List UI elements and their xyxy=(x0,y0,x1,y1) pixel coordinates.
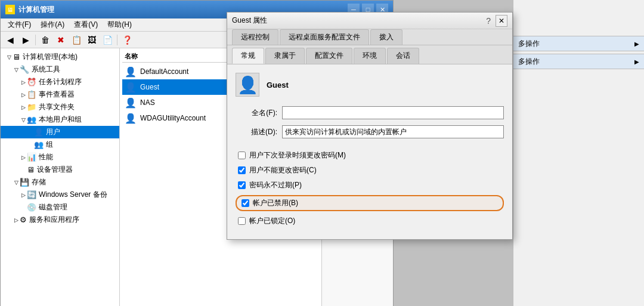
account-disabled-label[interactable]: 帐户已禁用(B) xyxy=(253,198,298,208)
tree-expand-task[interactable]: ▷ xyxy=(20,79,27,85)
tool-btn-5[interactable]: 📄 xyxy=(100,33,114,47)
cannot-change-password-checkbox[interactable] xyxy=(238,166,246,174)
tab-member-of[interactable]: 隶属于 xyxy=(265,48,305,64)
tree-groups-label: 组 xyxy=(46,140,53,150)
tree-expand-storage[interactable]: ▽ xyxy=(13,180,20,186)
tree-expand-users[interactable] xyxy=(27,129,34,135)
tool-btn-delete[interactable]: ✖ xyxy=(54,33,68,47)
account-locked-checkbox[interactable] xyxy=(238,217,246,225)
dialog-title: Guest 属性 xyxy=(232,16,486,26)
wsb-icon: 🔄 xyxy=(27,190,36,199)
wdag-icon: 👤 xyxy=(125,112,137,124)
right-panel: 多操作 ▶ 多操作 ▶ xyxy=(513,0,644,306)
tree-shared-label: 共享文件夹 xyxy=(39,102,75,112)
tree-expand-event[interactable]: ▷ xyxy=(20,92,27,98)
tool-btn-3[interactable]: 📋 xyxy=(69,33,83,47)
nas-icon: 👤 xyxy=(125,97,137,109)
fullname-label: 全名(F): xyxy=(236,108,277,118)
tree-groups[interactable]: 👥 组 xyxy=(1,138,119,151)
back-button[interactable]: ◀ xyxy=(3,33,17,47)
tree-services-label: 服务和应用程序 xyxy=(29,215,79,225)
groups-icon: 👥 xyxy=(34,140,44,149)
task-icon: ⏰ xyxy=(27,78,36,86)
password-never-expires-checkbox[interactable] xyxy=(238,181,246,189)
tree-shared-folders[interactable]: ▷ 📁 共享文件夹 xyxy=(1,101,119,113)
tool-btn-1[interactable]: 🗑 xyxy=(38,33,52,47)
tree-local-users-label: 本地用户和组 xyxy=(39,115,82,125)
help-button[interactable]: ❓ xyxy=(120,33,134,47)
tree-expand-localusers[interactable]: ▽ xyxy=(20,117,27,123)
password-never-expires-label[interactable]: 密码永不过期(P) xyxy=(249,180,302,190)
right-action-arrow-2: ▶ xyxy=(634,58,639,65)
tree-expand-wsb[interactable]: ▷ xyxy=(20,192,27,198)
must-change-password-checkbox[interactable] xyxy=(238,152,246,159)
right-action-1-label: 多操作 xyxy=(518,39,540,49)
tab-environment[interactable]: 环境 xyxy=(354,48,386,64)
local-users-icon: 👥 xyxy=(27,115,36,124)
right-action-1[interactable]: 多操作 ▶ xyxy=(513,36,644,51)
system-tools-icon: 🔧 xyxy=(20,65,29,74)
desc-input[interactable] xyxy=(282,125,504,138)
tab-remote-desktop[interactable]: 远程桌面服务配置文件 xyxy=(280,29,369,45)
tree-expand-perf[interactable]: ▷ xyxy=(20,154,27,160)
tab-dial-in[interactable]: 拨入 xyxy=(370,29,402,45)
tab-general[interactable]: 常规 xyxy=(232,48,264,64)
desc-row: 描述(D): xyxy=(236,125,504,138)
tree-expand-services[interactable]: ▷ xyxy=(13,217,20,223)
menu-file[interactable]: 文件(F) xyxy=(3,18,36,31)
tree-users[interactable]: 👤 用户 xyxy=(1,126,119,138)
avatar: 👤 xyxy=(236,73,259,97)
tree-storage[interactable]: ▽ 💾 存储 xyxy=(1,176,119,188)
account-disabled-checkbox[interactable] xyxy=(242,199,249,207)
list-item-nas-label: NAS xyxy=(140,98,155,107)
tab-remote-control[interactable]: 远程控制 xyxy=(232,29,278,45)
tree-users-label: 用户 xyxy=(46,127,60,137)
right-action-2-label: 多操作 xyxy=(518,57,540,67)
forward-button[interactable]: ▶ xyxy=(18,33,33,47)
menu-help[interactable]: 帮助(H) xyxy=(103,18,137,31)
guest-properties-dialog: Guest 属性 ? ✕ 远程控制 远程桌面服务配置文件 拨入 常规 隶属于 配… xyxy=(227,12,513,240)
tab-profile[interactable]: 配置文件 xyxy=(306,48,352,64)
cannot-change-password-label[interactable]: 用户不能更改密码(C) xyxy=(249,165,317,175)
dialog-close-icon: ✕ xyxy=(499,17,504,25)
users-icon: 👤 xyxy=(34,128,44,137)
tab-sessions[interactable]: 会话 xyxy=(387,48,419,64)
tree-system-tools[interactable]: ▽ 🔧 系统工具 xyxy=(1,63,119,76)
tree-system-tools-label: 系统工具 xyxy=(32,64,60,75)
tree-root-label: 计算机管理(本地) xyxy=(23,52,78,62)
services-icon: ⚙ xyxy=(20,215,27,224)
dialog-tabs-row2: 常规 隶属于 配置文件 环境 会话 xyxy=(227,45,512,64)
dialog-close-button[interactable]: ✕ xyxy=(496,15,507,27)
tree-expand-shared[interactable]: ▷ xyxy=(20,104,27,110)
tool-btn-4[interactable]: 🖼 xyxy=(85,33,99,47)
tree-task-scheduler[interactable]: ▷ ⏰ 任务计划程序 xyxy=(1,76,119,88)
dialog-help-button[interactable]: ? xyxy=(486,16,491,26)
shared-icon: 📁 xyxy=(27,103,36,112)
tree-windows-server-backup[interactable]: ▷ 🔄 Windows Server 备份 xyxy=(1,188,119,201)
must-change-password-label[interactable]: 用户下次登录时须更改密码(M) xyxy=(249,150,346,160)
right-action-2[interactable]: 多操作 ▶ xyxy=(513,54,644,69)
tree-disk-label: 磁盘管理 xyxy=(39,202,67,212)
tree-expand-disk[interactable] xyxy=(20,205,27,211)
menu-view[interactable]: 查看(V) xyxy=(69,18,103,31)
user-name-display: Guest xyxy=(267,81,289,89)
tree-performance[interactable]: ▷ 📊 性能 xyxy=(1,151,119,163)
right-action-arrow-1: ▶ xyxy=(634,41,639,47)
tree-services[interactable]: ▷ ⚙ 服务和应用程序 xyxy=(1,214,119,226)
tree-expand-groups[interactable] xyxy=(27,142,34,148)
desc-label: 描述(D): xyxy=(236,127,277,137)
account-locked-label[interactable]: 帐户已锁定(O) xyxy=(249,216,295,226)
tree-root[interactable]: ▽ 🖥 计算机管理(本地) xyxy=(1,51,119,63)
guest-icon: 👤 xyxy=(125,81,137,93)
tree-device-manager[interactable]: 🖥 设备管理器 xyxy=(1,163,119,176)
menu-action[interactable]: 操作(A) xyxy=(36,18,69,31)
tree-event-viewer[interactable]: ▷ 📋 事件查看器 xyxy=(1,88,119,101)
tree-disk-management[interactable]: 💿 磁盘管理 xyxy=(1,201,119,214)
tree-local-users[interactable]: ▽ 👥 本地用户和组 xyxy=(1,113,119,126)
tree-expand-device[interactable] xyxy=(20,167,27,173)
tree-expand-systemtools[interactable]: ▽ xyxy=(13,67,20,73)
fullname-input[interactable] xyxy=(282,106,504,119)
tree-expand-root[interactable]: ▽ xyxy=(5,54,13,60)
event-icon: 📋 xyxy=(27,90,36,99)
tree-performance-label: 性能 xyxy=(39,152,53,162)
